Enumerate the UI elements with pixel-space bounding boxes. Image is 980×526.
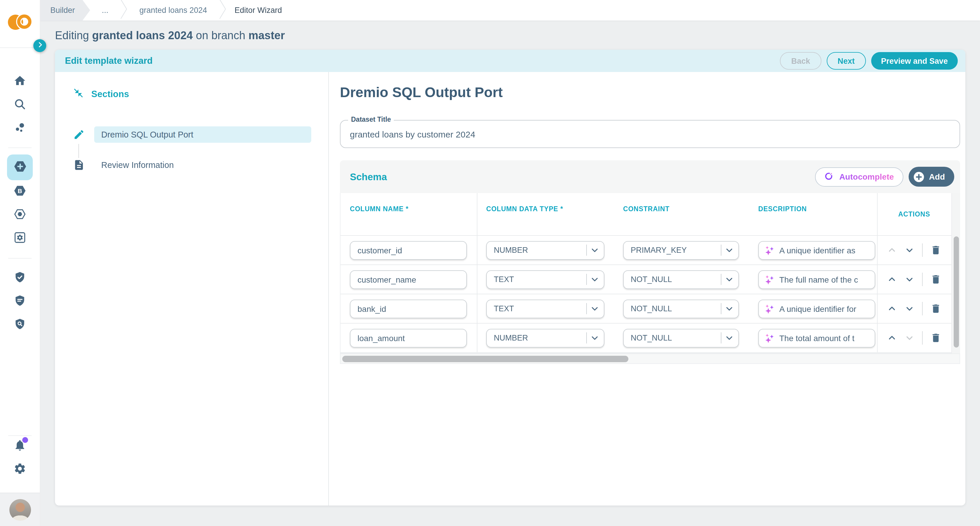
schema-row-bank-id: TEXT NOT_NULL A unique identifier for [340,294,959,324]
chevron-down-icon [590,274,600,284]
dataset-title-input[interactable] [340,121,959,148]
description-field[interactable]: The total amount of t [758,329,875,347]
step-heading: Dremio SQL Output Port [340,84,960,101]
delete-row-button[interactable] [930,303,941,314]
chevron-down-icon [590,245,600,255]
column-name-input[interactable] [350,304,466,313]
move-down-button [905,333,915,343]
page-title: Editing granted loans 2024 on branch mas… [55,29,980,42]
column-name-input[interactable] [350,333,466,343]
move-up-button[interactable] [887,274,897,284]
data-type-select[interactable]: NUMBER [486,329,605,347]
vertical-scrollbar [951,193,960,353]
data-mesh-icon[interactable] [13,121,26,134]
hexagon-b-icon[interactable]: B [13,184,26,197]
autocomplete-label: Autocomplete [839,172,894,181]
shield-search-icon[interactable] [13,318,26,331]
breadcrumb-item-current: Editor Wizard [226,0,290,21]
page-body: Editing granted loans 2024 on branch mas… [40,21,980,505]
rail-divider [8,148,32,148]
preview-and-save-button[interactable]: Preview and Save [871,52,958,70]
dataset-title-field: Dataset Title [340,120,960,148]
user-avatar[interactable] [9,499,31,521]
constraint-select[interactable]: NOT_NULL [623,270,739,289]
breadcrumb-separator-icon [219,0,226,22]
move-up-button[interactable] [887,333,897,343]
rail-divider [8,435,32,436]
constraint-select[interactable]: NOT_NULL [623,299,739,318]
schema-row-customer-id: NUMBER PRIMARY_KEY A unique identifier a… [340,236,959,265]
data-type-select[interactable]: NUMBER [486,241,605,259]
square-gear-icon[interactable] [13,231,26,244]
witboost-logo[interactable] [8,13,32,32]
chevron-down-icon [590,333,600,343]
settings-gear-icon[interactable] [13,462,26,475]
schema-table-header-row: COLUMN NAME * COLUMN DATA TYPE * CONSTRA… [340,193,959,236]
constraint-select[interactable]: PRIMARY_KEY [623,241,739,259]
move-down-button[interactable] [905,274,915,284]
wizard-actions: Back Next Preview and Save [780,52,958,70]
move-down-button[interactable] [905,304,915,314]
shield-check-icon[interactable] [13,271,26,284]
delete-row-button[interactable] [930,332,941,343]
description-field[interactable]: A unique identifier for [758,299,875,318]
svg-text:B: B [18,188,22,194]
breadcrumb-label: Builder [50,6,75,14]
next-button[interactable]: Next [826,52,866,70]
horizontal-scrollbar-thumb[interactable] [342,356,628,362]
col-header-actions: ACTIONS [898,211,930,218]
back-button: Back [780,52,821,70]
add-label: Add [929,172,945,181]
schema-row-loan-amount: NUMBER NOT_NULL The total amount of t [340,324,959,353]
collapse-sections-icon[interactable] [73,88,84,101]
schema-row-customer-name: TEXT NOT_NULL The full name of the c [340,265,959,294]
column-name-input[interactable] [350,275,466,284]
move-down-button[interactable] [905,245,915,255]
expand-sidebar-button[interactable] [33,39,46,52]
breadcrumb-item-builder[interactable]: Builder [40,0,90,21]
dataset-title-label: Dataset Title [348,116,394,123]
pencil-icon [73,129,85,140]
main-area: Builder ... granted loans 2024 Editor Wi… [40,0,980,526]
horizontal-scrollbar [340,353,960,364]
home-icon[interactable] [13,74,26,87]
section-item-label: Review Information [94,161,181,170]
shield-policies-icon[interactable] [13,294,26,307]
autocomplete-button[interactable]: Autocomplete [815,167,904,186]
ai-sparkles-icon [764,333,775,343]
schema-table: COLUMN NAME * COLUMN DATA TYPE * CONSTRA… [340,193,960,353]
breadcrumb-item-ellipsis[interactable]: ... [90,0,120,21]
schema-title: Schema [350,171,387,182]
delete-row-button[interactable] [930,274,941,285]
schema-header: Schema Autocomplete Add [340,161,960,193]
description-field[interactable]: A unique identifier as [758,241,875,259]
column-name-input[interactable] [350,245,466,255]
wizard-banner-title: Edit template wizard [65,56,153,66]
data-type-select[interactable]: TEXT [486,270,605,289]
chevron-down-icon [590,304,600,314]
app-window: B Builder ... [0,0,980,526]
add-column-button[interactable]: Add [908,167,954,187]
search-icon[interactable] [13,98,26,111]
delete-row-button[interactable] [930,245,941,256]
chevron-down-icon [724,304,734,314]
ai-sparkles-icon [764,274,775,284]
move-up-button[interactable] [887,304,897,314]
wizard-card: Edit template wizard Back Next Preview a… [55,50,966,505]
plus-circle-icon [913,170,925,183]
vertical-scrollbar-thumb[interactable] [954,237,959,348]
ai-sparkles-icon [764,304,775,314]
section-item-review[interactable]: Review Information [73,159,328,171]
col-header-name: COLUMN NAME * [350,206,409,213]
constraint-select[interactable]: NOT_NULL [623,329,739,347]
hexagon-outline-icon[interactable] [13,208,26,221]
schema-section: Schema Autocomplete Add [340,161,960,364]
nav-builder-active[interactable] [7,154,33,180]
data-type-select[interactable]: TEXT [486,299,605,318]
description-field[interactable]: The full name of the c [758,270,875,289]
left-nav-rail: B [0,0,40,526]
section-item-label: Dremio SQL Output Port [94,126,311,143]
magic-circle-icon [825,171,835,183]
section-item-output-port[interactable]: Dremio SQL Output Port [73,126,328,143]
breadcrumb-item-entity[interactable]: granted loans 2024 [128,0,219,21]
